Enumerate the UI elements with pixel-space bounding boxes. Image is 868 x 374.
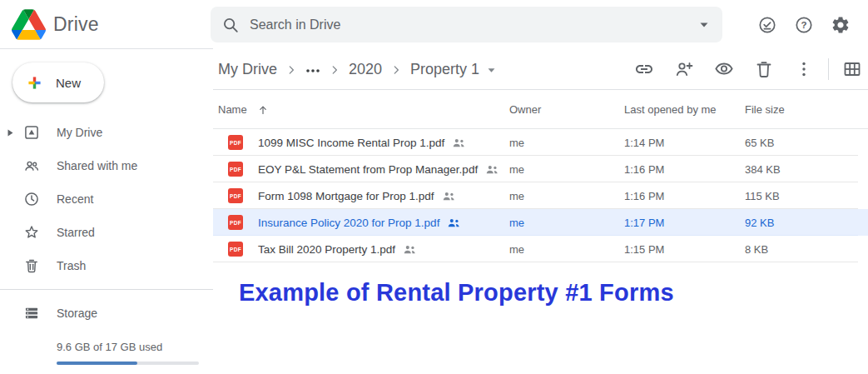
shared-users-icon: [448, 218, 460, 227]
topbar-right-icons: ?: [757, 15, 868, 35]
new-button[interactable]: New: [12, 62, 104, 102]
owner-cell: me: [509, 137, 624, 149]
top-bar: Drive ?: [0, 0, 868, 49]
pdf-file-icon: PDF: [228, 135, 243, 150]
column-header-owner: Owner: [509, 103, 624, 116]
last-opened-cell: 1:16 PM: [624, 190, 745, 202]
recent-icon: [23, 191, 40, 207]
sidebar-item-label: Shared with me: [57, 159, 137, 172]
help-icon[interactable]: ?: [794, 15, 814, 35]
new-button-label: New: [56, 76, 81, 90]
action-toolbar: [614, 58, 868, 80]
breadcrumb-current-folder[interactable]: Property 1: [410, 61, 479, 78]
shared-users-icon: [404, 245, 416, 254]
sidebar-item-recent[interactable]: Recent: [0, 182, 213, 216]
person-add-icon[interactable]: [674, 59, 694, 79]
shared-users-icon: [453, 138, 465, 147]
file-table-header: Name Owner Last opened by me File size: [213, 90, 868, 129]
file-size-cell: 115 KB: [745, 190, 868, 202]
owner-cell: me: [509, 243, 624, 256]
file-name: Insurance Policy 2020 for Prop 1.pdf: [258, 217, 439, 229]
sidebar-item-label: Storage: [57, 307, 97, 320]
breadcrumb-2020[interactable]: 2020: [349, 61, 382, 78]
storage-progress-bar: [57, 362, 199, 365]
offline-status-icon[interactable]: [757, 15, 777, 35]
search-input[interactable]: [250, 17, 699, 32]
pdf-file-icon: PDF: [228, 162, 243, 177]
breadcrumb-chevron-icon: [329, 64, 340, 76]
storage-icon: [23, 305, 40, 322]
breadcrumb-my-drive[interactable]: My Drive: [218, 61, 277, 78]
breadcrumb-chevron-icon: [390, 64, 402, 76]
search-bar[interactable]: [211, 7, 722, 42]
starred-icon: [23, 224, 40, 241]
storage-usage-text: 9.6 GB of 17 GB used: [57, 341, 213, 353]
owner-cell: me: [509, 190, 624, 202]
breadcrumb-chevron-icon: [285, 64, 297, 76]
file-size-cell: 384 KB: [745, 163, 868, 176]
shared-users-icon: [443, 192, 455, 201]
link-icon[interactable]: [634, 59, 654, 79]
sidebar: New My Drive: [0, 49, 213, 374]
sidebar-item-label: My Drive: [57, 126, 102, 139]
file-name: 1099 MISC Income Rental Prop 1.pdf: [258, 137, 444, 149]
sidebar-item-shared-with-me[interactable]: Shared with me: [0, 149, 213, 182]
file-size-cell: 92 KB: [745, 217, 868, 229]
plus-icon: [24, 72, 45, 93]
owner-cell: me: [509, 217, 624, 229]
sidebar-divider: [0, 289, 213, 290]
sidebar-nav: My Drive Shared with me: [0, 116, 213, 282]
storage-section: Storage 9.6 GB of 17 GB used: [0, 297, 213, 365]
expander-arrow-icon[interactable]: [7, 129, 13, 137]
drive-logo-area[interactable]: Drive: [0, 0, 213, 49]
last-opened-cell: 1:14 PM: [624, 137, 745, 149]
sort-ascending-icon[interactable]: [257, 104, 269, 116]
trash-icon: [23, 257, 40, 274]
shared-users-icon: [486, 165, 498, 174]
sidebar-item-label: Recent: [57, 192, 93, 206]
sidebar-item-starred[interactable]: Starred: [0, 216, 213, 249]
sidebar-item-label: Trash: [57, 259, 86, 272]
file-row[interactable]: PDF Tax Bill 2020 Property 1.pdf me 1:15…: [213, 236, 868, 262]
file-row[interactable]: PDF EOY P&L Statement from Prop Manager.…: [213, 156, 868, 182]
file-size-cell: 65 KB: [745, 137, 868, 149]
preview-eye-icon[interactable]: [714, 59, 734, 79]
settings-gear-icon[interactable]: [831, 15, 851, 35]
last-opened-cell: 1:17 PM: [624, 217, 745, 229]
file-name: Tax Bill 2020 Property 1.pdf: [258, 243, 395, 256]
delete-icon[interactable]: [754, 59, 774, 79]
file-row[interactable]: PDF Form 1098 Mortgage for Prop 1.pdf me…: [213, 182, 868, 209]
breadcrumb: My Drive 2020 Property 1: [213, 49, 868, 90]
more-vertical-icon[interactable]: [794, 59, 814, 79]
column-header-last-opened: Last opened by me: [624, 103, 745, 116]
sidebar-item-trash[interactable]: Trash: [0, 249, 213, 282]
sidebar-item-my-drive[interactable]: My Drive: [0, 116, 213, 149]
pdf-file-icon: PDF: [228, 242, 243, 257]
storage-progress-fill: [57, 362, 137, 365]
search-icon[interactable]: [221, 16, 240, 34]
shared-with-me-icon: [23, 157, 40, 174]
last-opened-cell: 1:15 PM: [624, 243, 745, 256]
file-row-selected[interactable]: PDF Insurance Policy 2020 for Prop 1.pdf…: [213, 209, 868, 236]
sidebar-item-label: Starred: [57, 226, 95, 239]
app-title: Drive: [53, 13, 99, 36]
pdf-file-icon: PDF: [228, 188, 243, 203]
pdf-file-icon: PDF: [228, 215, 243, 230]
main-content: My Drive 2020 Property 1: [213, 49, 868, 374]
file-row[interactable]: PDF 1099 MISC Income Rental Prop 1.pdf m…: [213, 129, 868, 156]
sidebar-item-storage[interactable]: Storage: [0, 297, 213, 330]
file-list: PDF 1099 MISC Income Rental Prop 1.pdf m…: [213, 129, 868, 262]
grid-view-icon[interactable]: [842, 59, 862, 79]
owner-cell: me: [509, 163, 624, 176]
folder-menu-caret-icon[interactable]: [487, 67, 496, 73]
my-drive-icon: [23, 124, 40, 141]
file-size-cell: 8 KB: [745, 243, 868, 256]
last-opened-cell: 1:16 PM: [624, 163, 745, 176]
breadcrumb-collapsed-icon[interactable]: [305, 67, 320, 74]
svg-text:?: ?: [801, 20, 806, 30]
column-header-name[interactable]: Name: [218, 103, 247, 116]
column-header-file-size: File size: [745, 103, 868, 116]
google-drive-logo-icon: [12, 9, 46, 40]
search-options-caret-icon[interactable]: [699, 22, 709, 28]
toolbar-separator: [828, 58, 829, 80]
